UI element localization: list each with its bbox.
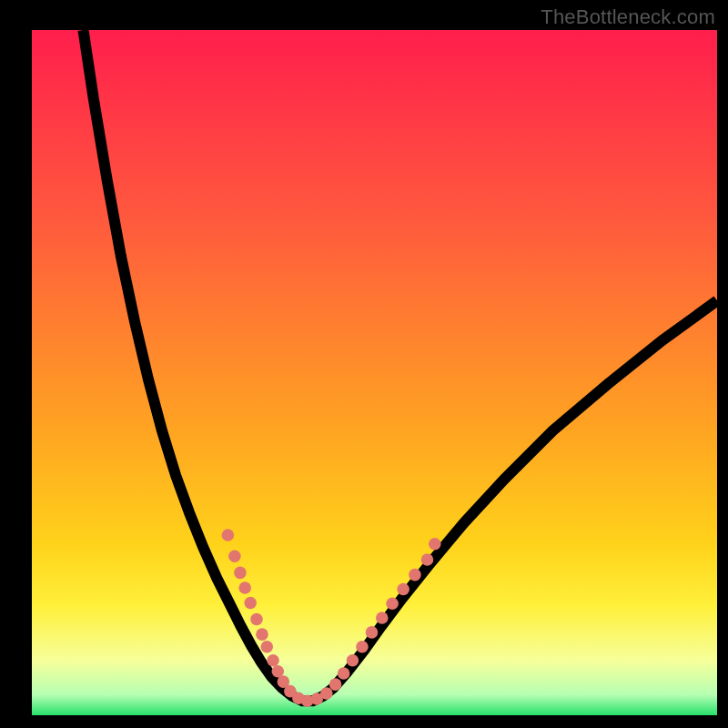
curve-marker [338, 667, 350, 680]
curve-marker [228, 551, 241, 563]
curve-marker [222, 529, 235, 541]
plot-area [32, 30, 717, 715]
curve-marker [347, 654, 359, 667]
curve-marker [397, 583, 410, 596]
curve-marker [421, 553, 434, 566]
curve-marker [244, 597, 257, 610]
curve-marker [386, 597, 399, 610]
curve-marker [356, 641, 369, 653]
curve-marker [261, 641, 274, 653]
bottleneck-curve [83, 30, 717, 701]
curve-markers [222, 529, 441, 707]
curve-marker [329, 678, 342, 691]
curve-marker [256, 628, 268, 641]
chart-frame: TheBottleneck.com [0, 0, 728, 728]
curve-marker [366, 626, 379, 639]
curve-marker [376, 612, 389, 624]
curve-marker [234, 567, 247, 580]
curve-marker [250, 613, 263, 626]
curve-marker [320, 687, 333, 700]
curve-marker [409, 569, 421, 581]
watermark-text: TheBottleneck.com [541, 5, 715, 29]
curve-marker [238, 581, 251, 594]
curve-overlay [32, 30, 717, 715]
curve-marker [429, 538, 441, 551]
curve-marker [267, 654, 279, 667]
